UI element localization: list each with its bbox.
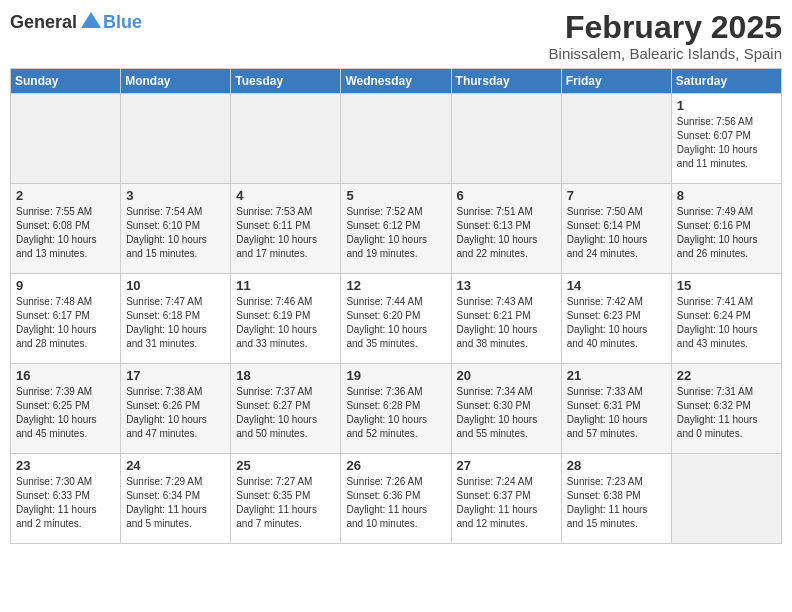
calendar-week-5: 23Sunrise: 7:30 AM Sunset: 6:33 PM Dayli… [11, 454, 782, 544]
calendar-header-saturday: Saturday [671, 69, 781, 94]
day-number: 5 [346, 188, 445, 203]
calendar-week-4: 16Sunrise: 7:39 AM Sunset: 6:25 PM Dayli… [11, 364, 782, 454]
day-info: Sunrise: 7:24 AM Sunset: 6:37 PM Dayligh… [457, 475, 556, 531]
day-info: Sunrise: 7:38 AM Sunset: 6:26 PM Dayligh… [126, 385, 225, 441]
day-info: Sunrise: 7:56 AM Sunset: 6:07 PM Dayligh… [677, 115, 776, 171]
calendar-header-thursday: Thursday [451, 69, 561, 94]
day-info: Sunrise: 7:41 AM Sunset: 6:24 PM Dayligh… [677, 295, 776, 351]
day-info: Sunrise: 7:52 AM Sunset: 6:12 PM Dayligh… [346, 205, 445, 261]
day-info: Sunrise: 7:42 AM Sunset: 6:23 PM Dayligh… [567, 295, 666, 351]
calendar-cell: 18Sunrise: 7:37 AM Sunset: 6:27 PM Dayli… [231, 364, 341, 454]
day-info: Sunrise: 7:31 AM Sunset: 6:32 PM Dayligh… [677, 385, 776, 441]
day-number: 25 [236, 458, 335, 473]
day-number: 15 [677, 278, 776, 293]
day-info: Sunrise: 7:29 AM Sunset: 6:34 PM Dayligh… [126, 475, 225, 531]
day-number: 17 [126, 368, 225, 383]
calendar-cell [671, 454, 781, 544]
day-info: Sunrise: 7:50 AM Sunset: 6:14 PM Dayligh… [567, 205, 666, 261]
day-info: Sunrise: 7:54 AM Sunset: 6:10 PM Dayligh… [126, 205, 225, 261]
calendar-header-wednesday: Wednesday [341, 69, 451, 94]
day-info: Sunrise: 7:46 AM Sunset: 6:19 PM Dayligh… [236, 295, 335, 351]
calendar-header-friday: Friday [561, 69, 671, 94]
calendar-cell [561, 94, 671, 184]
calendar-cell [231, 94, 341, 184]
day-info: Sunrise: 7:44 AM Sunset: 6:20 PM Dayligh… [346, 295, 445, 351]
day-number: 19 [346, 368, 445, 383]
day-info: Sunrise: 7:27 AM Sunset: 6:35 PM Dayligh… [236, 475, 335, 531]
day-info: Sunrise: 7:36 AM Sunset: 6:28 PM Dayligh… [346, 385, 445, 441]
day-number: 14 [567, 278, 666, 293]
calendar-cell: 12Sunrise: 7:44 AM Sunset: 6:20 PM Dayli… [341, 274, 451, 364]
day-info: Sunrise: 7:43 AM Sunset: 6:21 PM Dayligh… [457, 295, 556, 351]
day-number: 4 [236, 188, 335, 203]
calendar-cell: 21Sunrise: 7:33 AM Sunset: 6:31 PM Dayli… [561, 364, 671, 454]
calendar-cell [341, 94, 451, 184]
logo-general: General [10, 12, 77, 33]
calendar-cell: 4Sunrise: 7:53 AM Sunset: 6:11 PM Daylig… [231, 184, 341, 274]
logo: General Blue [10, 10, 142, 34]
calendar-cell: 6Sunrise: 7:51 AM Sunset: 6:13 PM Daylig… [451, 184, 561, 274]
calendar-cell: 10Sunrise: 7:47 AM Sunset: 6:18 PM Dayli… [121, 274, 231, 364]
calendar-cell: 17Sunrise: 7:38 AM Sunset: 6:26 PM Dayli… [121, 364, 231, 454]
calendar-cell: 28Sunrise: 7:23 AM Sunset: 6:38 PM Dayli… [561, 454, 671, 544]
calendar-cell: 13Sunrise: 7:43 AM Sunset: 6:21 PM Dayli… [451, 274, 561, 364]
calendar-body: 1Sunrise: 7:56 AM Sunset: 6:07 PM Daylig… [11, 94, 782, 544]
day-info: Sunrise: 7:39 AM Sunset: 6:25 PM Dayligh… [16, 385, 115, 441]
title-block: February 2025 Binissalem, Balearic Islan… [549, 10, 782, 62]
day-number: 26 [346, 458, 445, 473]
calendar-cell: 1Sunrise: 7:56 AM Sunset: 6:07 PM Daylig… [671, 94, 781, 184]
day-number: 16 [16, 368, 115, 383]
day-number: 18 [236, 368, 335, 383]
day-info: Sunrise: 7:33 AM Sunset: 6:31 PM Dayligh… [567, 385, 666, 441]
calendar-cell [11, 94, 121, 184]
day-number: 12 [346, 278, 445, 293]
calendar-cell: 19Sunrise: 7:36 AM Sunset: 6:28 PM Dayli… [341, 364, 451, 454]
calendar-cell: 16Sunrise: 7:39 AM Sunset: 6:25 PM Dayli… [11, 364, 121, 454]
page-header: General Blue February 2025 Binissalem, B… [10, 10, 782, 62]
day-number: 23 [16, 458, 115, 473]
calendar-header-tuesday: Tuesday [231, 69, 341, 94]
month-title: February 2025 [549, 10, 782, 45]
day-number: 11 [236, 278, 335, 293]
day-info: Sunrise: 7:48 AM Sunset: 6:17 PM Dayligh… [16, 295, 115, 351]
calendar-cell: 9Sunrise: 7:48 AM Sunset: 6:17 PM Daylig… [11, 274, 121, 364]
day-number: 1 [677, 98, 776, 113]
calendar-week-3: 9Sunrise: 7:48 AM Sunset: 6:17 PM Daylig… [11, 274, 782, 364]
day-number: 9 [16, 278, 115, 293]
day-info: Sunrise: 7:23 AM Sunset: 6:38 PM Dayligh… [567, 475, 666, 531]
day-info: Sunrise: 7:37 AM Sunset: 6:27 PM Dayligh… [236, 385, 335, 441]
calendar-cell: 25Sunrise: 7:27 AM Sunset: 6:35 PM Dayli… [231, 454, 341, 544]
svg-marker-0 [81, 12, 101, 28]
day-number: 6 [457, 188, 556, 203]
calendar-cell: 24Sunrise: 7:29 AM Sunset: 6:34 PM Dayli… [121, 454, 231, 544]
calendar-cell [121, 94, 231, 184]
day-info: Sunrise: 7:53 AM Sunset: 6:11 PM Dayligh… [236, 205, 335, 261]
logo-icon [79, 10, 103, 34]
calendar-cell: 8Sunrise: 7:49 AM Sunset: 6:16 PM Daylig… [671, 184, 781, 274]
day-info: Sunrise: 7:26 AM Sunset: 6:36 PM Dayligh… [346, 475, 445, 531]
calendar-cell: 2Sunrise: 7:55 AM Sunset: 6:08 PM Daylig… [11, 184, 121, 274]
calendar-week-1: 1Sunrise: 7:56 AM Sunset: 6:07 PM Daylig… [11, 94, 782, 184]
calendar-header-row: SundayMondayTuesdayWednesdayThursdayFrid… [11, 69, 782, 94]
calendar-cell: 27Sunrise: 7:24 AM Sunset: 6:37 PM Dayli… [451, 454, 561, 544]
day-info: Sunrise: 7:55 AM Sunset: 6:08 PM Dayligh… [16, 205, 115, 261]
calendar-cell: 3Sunrise: 7:54 AM Sunset: 6:10 PM Daylig… [121, 184, 231, 274]
day-info: Sunrise: 7:51 AM Sunset: 6:13 PM Dayligh… [457, 205, 556, 261]
calendar-cell: 5Sunrise: 7:52 AM Sunset: 6:12 PM Daylig… [341, 184, 451, 274]
day-info: Sunrise: 7:47 AM Sunset: 6:18 PM Dayligh… [126, 295, 225, 351]
calendar-cell: 7Sunrise: 7:50 AM Sunset: 6:14 PM Daylig… [561, 184, 671, 274]
day-number: 3 [126, 188, 225, 203]
logo-blue: Blue [103, 12, 142, 33]
day-number: 8 [677, 188, 776, 203]
day-number: 27 [457, 458, 556, 473]
day-info: Sunrise: 7:30 AM Sunset: 6:33 PM Dayligh… [16, 475, 115, 531]
calendar-cell [451, 94, 561, 184]
day-number: 21 [567, 368, 666, 383]
calendar-cell: 15Sunrise: 7:41 AM Sunset: 6:24 PM Dayli… [671, 274, 781, 364]
calendar-header-sunday: Sunday [11, 69, 121, 94]
day-number: 20 [457, 368, 556, 383]
calendar-cell: 11Sunrise: 7:46 AM Sunset: 6:19 PM Dayli… [231, 274, 341, 364]
day-info: Sunrise: 7:49 AM Sunset: 6:16 PM Dayligh… [677, 205, 776, 261]
day-number: 10 [126, 278, 225, 293]
calendar-cell: 26Sunrise: 7:26 AM Sunset: 6:36 PM Dayli… [341, 454, 451, 544]
